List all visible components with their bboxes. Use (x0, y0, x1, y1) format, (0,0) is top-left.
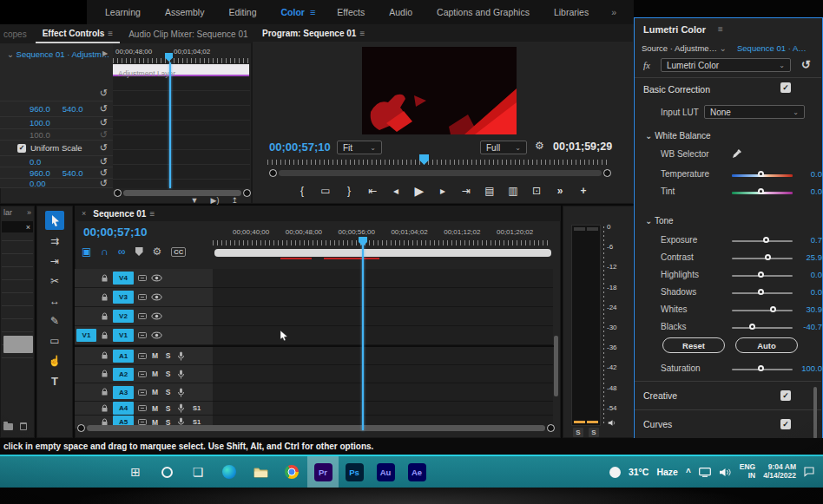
filter-icon[interactable]: ▼ (191, 196, 199, 205)
export-frame-button[interactable]: ⊡ (530, 185, 543, 197)
start-button[interactable]: ⊞ (120, 456, 151, 488)
project-list-row[interactable] (2, 305, 33, 306)
reset-parameter-icon[interactable]: ↺ (100, 103, 108, 115)
track-target-v2[interactable]: V2 (113, 310, 134, 323)
section-creative[interactable]: Creative (635, 381, 821, 409)
settings-wrench-icon[interactable]: ⚙ (535, 140, 544, 152)
reset-parameter-icon[interactable]: ↺ (100, 88, 108, 99)
after-effects-button[interactable]: Ae (401, 456, 432, 488)
parameter-value[interactable]: 960.0 (30, 168, 50, 178)
zoom-level-select[interactable]: Fit⌄ (337, 141, 382, 154)
track-lane-v3[interactable] (213, 288, 553, 307)
reset-parameter-icon[interactable]: ↺ (100, 178, 108, 189)
chrome-button[interactable] (276, 456, 307, 488)
project-list-row[interactable] (2, 266, 33, 267)
language-indicator[interactable]: ENGIN (740, 463, 755, 481)
slider-value[interactable]: 0.7 (794, 235, 822, 245)
sync-lock-icon[interactable] (135, 404, 148, 412)
track-target-a4[interactable]: A4 (113, 402, 134, 415)
program-timecode[interactable]: 00;00;57;10 (269, 141, 331, 154)
solo-button[interactable]: S (161, 351, 174, 360)
go-to-in-button[interactable]: ⇤ (366, 185, 379, 197)
workspace-libraries[interactable]: Libraries (543, 7, 600, 17)
slider-track[interactable] (732, 292, 793, 294)
mark-out-button[interactable]: } (343, 185, 355, 197)
slip-tool[interactable]: ↔ (49, 292, 60, 310)
slider-knob[interactable] (758, 289, 764, 295)
uniform-scale-checkbox[interactable] (17, 144, 26, 153)
sync-lock-icon[interactable] (135, 274, 148, 282)
tone-header[interactable]: ⌄ Tone (645, 216, 674, 226)
slider-value[interactable]: 30.9 (794, 304, 822, 314)
reset-button[interactable]: Reset (662, 337, 725, 353)
track-lock-icon[interactable] (98, 404, 111, 413)
track-output-eye-icon[interactable] (148, 331, 164, 339)
slider-knob[interactable] (758, 171, 764, 177)
selection-tool[interactable] (45, 211, 64, 230)
track-lock-icon[interactable] (98, 351, 111, 360)
lumetri-source-select[interactable]: Source · Adjustme… ⌄ (642, 43, 727, 53)
voiceover-mic-icon[interactable] (174, 370, 188, 379)
parameter-value[interactable]: 100.0 (30, 130, 50, 140)
project-list-row[interactable] (2, 240, 33, 241)
track-lock-icon[interactable] (98, 331, 111, 340)
slider-knob[interactable] (765, 254, 771, 260)
add-marker-button[interactable]: ▭ (319, 185, 332, 197)
sync-lock-icon[interactable] (135, 389, 148, 396)
show-hidden-icons[interactable]: ^ (686, 468, 691, 477)
timeline-ruler-ticks[interactable] (213, 240, 551, 245)
timeline-tab[interactable]: Sequence 01 ≡ (91, 206, 156, 221)
ec-collapse-arrow[interactable]: ▶ (102, 49, 108, 57)
input-lut-select[interactable]: None⌄ (704, 105, 805, 119)
program-tab[interactable]: Program: Sequence 01 ≡ (255, 24, 372, 42)
reset-parameter-icon[interactable]: ↺ (100, 156, 108, 167)
track-target-a1[interactable]: A1 (113, 350, 134, 363)
slider-value[interactable]: -40.7 (794, 322, 822, 331)
section-curves[interactable]: Curves (635, 409, 821, 438)
slider-track[interactable] (732, 258, 793, 259)
slider-track[interactable] (732, 310, 793, 311)
program-scrollbar[interactable] (279, 170, 602, 176)
edge-button[interactable] (214, 456, 245, 488)
timeline-playhead-line[interactable] (362, 240, 364, 430)
slider-knob[interactable] (758, 272, 764, 278)
track-output-eye-icon[interactable] (148, 312, 164, 320)
slider-value[interactable]: 0.0 (794, 270, 822, 279)
cortana-button[interactable] (151, 456, 182, 488)
project-list-row[interactable] (2, 357, 33, 358)
panel-menu-icon[interactable]: ≡ (359, 29, 365, 38)
track-lane-a4[interactable] (213, 402, 553, 416)
work-area-bar[interactable] (214, 249, 551, 257)
slider-knob[interactable] (758, 365, 764, 371)
slider-value[interactable]: 100.0 (794, 363, 822, 373)
workspace-overflow[interactable]: » (600, 7, 628, 17)
reset-parameter-icon[interactable]: ↺ (100, 142, 108, 154)
tab-overflow[interactable]: » (27, 208, 31, 217)
tab-effect-controls[interactable]: Effect Controls≡ (36, 24, 121, 43)
workspace-editing[interactable]: Editing (217, 7, 267, 17)
audition-button[interactable]: Au (370, 456, 401, 488)
go-to-out-button[interactable]: ⇥ (460, 185, 472, 197)
slider-knob[interactable] (770, 306, 776, 312)
track-target-v3[interactable]: V3 (113, 291, 134, 304)
sync-lock-icon[interactable] (135, 293, 148, 301)
slider-knob[interactable] (749, 324, 755, 330)
timeline-vertical-scrollbar[interactable] (554, 336, 558, 396)
timeline-settings-wrench[interactable]: ⚙ (153, 245, 162, 258)
lift-button[interactable]: ▤ (484, 185, 496, 197)
voiceover-mic-icon[interactable] (174, 388, 188, 397)
panel-menu-icon[interactable]: ≡ (108, 29, 113, 38)
track-lock-icon[interactable] (98, 312, 111, 321)
ec-playhead-line[interactable] (169, 62, 171, 188)
track-lane-v4[interactable] (213, 269, 553, 288)
slider-track[interactable] (732, 369, 793, 370)
clock[interactable]: 9:04 AM4/14/2022 (763, 463, 796, 481)
slider-value[interactable]: 25.9 (794, 252, 822, 262)
ec-mini-ruler[interactable] (113, 58, 250, 63)
solo-right-button[interactable]: S (589, 428, 599, 437)
weather-icon[interactable] (609, 467, 621, 478)
project-list-row[interactable] (2, 318, 33, 319)
slider-track[interactable] (732, 275, 793, 277)
basic-correction-label[interactable]: Basic Correction (643, 84, 710, 95)
project-list-row[interactable] (2, 292, 33, 293)
